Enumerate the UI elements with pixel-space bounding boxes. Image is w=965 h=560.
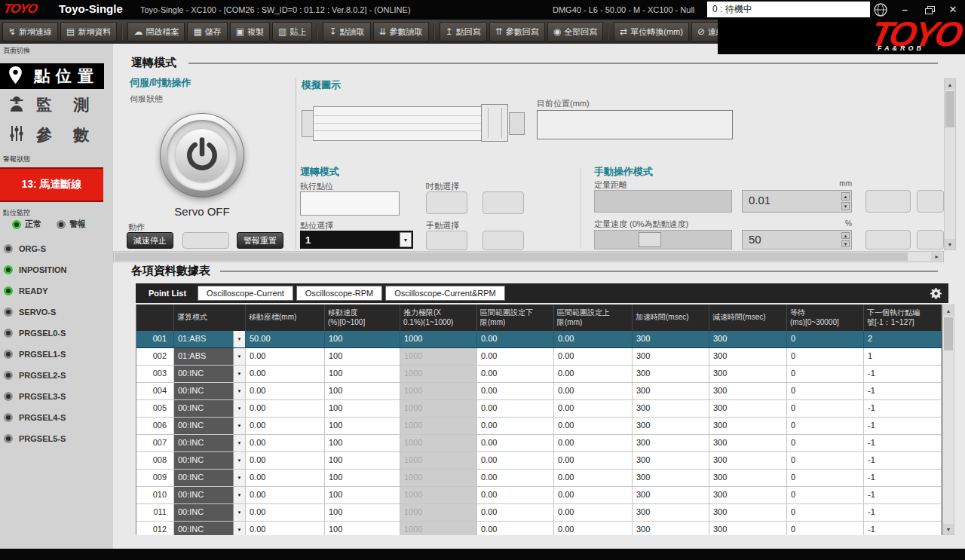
cell-lower[interactable]: 0.00 <box>477 383 554 399</box>
cell-upper[interactable]: 0.00 <box>554 504 633 521</box>
cell-wait[interactable]: 0 <box>787 400 864 417</box>
speed-spinner[interactable]: 50 ▲ ▼ <box>742 230 852 249</box>
scroll-right-icon[interactable]: ▸ <box>931 252 942 261</box>
servo-power-button[interactable] <box>160 113 244 197</box>
cell-wait[interactable]: 0 <box>787 418 864 434</box>
cell-wait[interactable]: 0 <box>787 366 864 382</box>
cell-speed[interactable]: 100 <box>325 331 400 347</box>
cell-mode[interactable]: 00:INC▼ <box>174 383 246 399</box>
cell-dec[interactable]: 300 <box>709 487 787 503</box>
table-vertical-scrollbar[interactable]: ▲ ▼ <box>942 304 954 535</box>
cell-num[interactable]: 008 <box>136 452 174 469</box>
new-data-button[interactable]: ▤新增資料 <box>60 22 117 41</box>
cell-lower[interactable]: 0.00 <box>477 366 554 382</box>
machine-mode-display[interactable]: 0 : 待機中 <box>707 2 870 17</box>
manual-move-button-4[interactable] <box>917 230 944 249</box>
cell-lower[interactable]: 0.00 <box>477 331 554 347</box>
disabled-action-button[interactable] <box>182 232 229 249</box>
cell-dec[interactable]: 300 <box>709 504 787 521</box>
mode-dropdown-arrow-icon[interactable]: ▼ <box>233 522 245 535</box>
manual-move-button-2[interactable] <box>917 190 944 213</box>
cell-speed[interactable]: 100 <box>325 470 400 486</box>
cell-mode[interactable]: 00:INC▼ <box>174 435 246 451</box>
cell-pos[interactable]: 0.00 <box>246 348 325 365</box>
cell-acc[interactable]: 300 <box>633 400 709 417</box>
scroll-up-icon[interactable]: ▲ <box>945 79 955 90</box>
point-read-button[interactable]: ↧點讀取 <box>323 22 370 41</box>
spin-up-icon[interactable]: ▲ <box>841 192 850 200</box>
spin-down-icon[interactable]: ▼ <box>841 240 850 247</box>
cell-mode[interactable]: 01:ABS▼ <box>174 348 246 365</box>
cell-speed[interactable]: 100 <box>325 383 400 399</box>
cell-thrust[interactable]: 1000 <box>400 522 477 535</box>
cell-wait[interactable]: 0 <box>787 452 864 469</box>
cell-mode[interactable]: 00:INC▼ <box>174 452 246 469</box>
cell-wait[interactable]: 0 <box>787 504 864 521</box>
jog-button-2[interactable] <box>482 191 524 214</box>
cell-num[interactable]: 006 <box>136 418 174 434</box>
cell-lower[interactable]: 0.00 <box>477 504 554 521</box>
cell-lower[interactable]: 0.00 <box>477 348 554 365</box>
tab-oscilloscope-rpm[interactable]: Oscilloscope-RPM <box>296 286 382 301</box>
cell-upper[interactable]: 0.00 <box>554 487 633 503</box>
cell-speed[interactable]: 100 <box>325 348 400 365</box>
cell-upper[interactable]: 0.00 <box>554 383 633 399</box>
cell-wait[interactable]: 0 <box>787 487 864 503</box>
cell-speed[interactable]: 100 <box>325 522 400 535</box>
cell-mode[interactable]: 00:INC▼ <box>174 470 246 486</box>
mode-dropdown-arrow-icon[interactable]: ▼ <box>233 452 245 469</box>
cell-pos[interactable]: 0.00 <box>246 522 325 535</box>
cell-speed[interactable]: 100 <box>325 452 400 469</box>
mode-dropdown-arrow-icon[interactable]: ▼ <box>233 470 245 486</box>
cell-next[interactable]: 2 <box>864 331 942 347</box>
cell-mode[interactable]: 00:INC▼ <box>174 418 246 434</box>
sidebar-item-parameters[interactable]: 參數 <box>0 122 104 148</box>
vertical-scrollbar[interactable]: ▲ ▼ <box>944 78 956 250</box>
cell-next[interactable]: -1 <box>864 522 942 535</box>
cell-dec[interactable]: 300 <box>709 383 787 399</box>
scroll-down-icon[interactable]: ▼ <box>945 239 955 249</box>
settings-icon[interactable] <box>930 288 942 302</box>
cell-num[interactable]: 003 <box>136 366 174 382</box>
cell-upper[interactable]: 0.00 <box>554 331 633 347</box>
cell-upper[interactable]: 0.00 <box>554 435 633 451</box>
cell-speed[interactable]: 100 <box>325 435 400 451</box>
cell-next[interactable]: -1 <box>864 383 942 399</box>
cell-mode[interactable]: 00:INC▼ <box>174 522 246 535</box>
cell-lower[interactable]: 0.00 <box>477 487 554 503</box>
tab-point-list[interactable]: Point List <box>140 286 195 301</box>
cell-acc[interactable]: 300 <box>633 504 709 521</box>
cell-next[interactable]: -1 <box>864 470 942 486</box>
distance-slider[interactable] <box>594 190 732 213</box>
cell-pos[interactable]: 0.00 <box>246 487 325 503</box>
new-connection-button[interactable]: ↯新增連線 <box>2 22 58 41</box>
cell-lower[interactable]: 0.00 <box>477 452 554 469</box>
cell-num[interactable]: 010 <box>136 487 174 503</box>
point-select-dropdown[interactable]: 1 ▼ <box>300 231 413 249</box>
save-button[interactable]: ▦儲存 <box>187 22 227 41</box>
mode-dropdown-arrow-icon[interactable]: ▼ <box>233 331 245 347</box>
paste-button[interactable]: ▥貼上 <box>272 22 312 41</box>
cell-acc[interactable]: 300 <box>633 383 709 399</box>
cell-pos[interactable]: 0.00 <box>246 470 325 486</box>
cell-speed[interactable]: 100 <box>325 504 400 521</box>
speed-slider[interactable] <box>594 230 732 249</box>
cell-wait[interactable]: 0 <box>787 383 864 399</box>
mode-dropdown-arrow-icon[interactable]: ▼ <box>233 366 245 382</box>
cell-lower[interactable]: 0.00 <box>477 470 554 486</box>
cell-wait[interactable]: 0 <box>787 348 864 365</box>
cell-thrust[interactable]: 1000 <box>400 331 477 347</box>
manual-move-button-1[interactable] <box>865 190 911 213</box>
jog-button-1[interactable] <box>426 191 467 214</box>
cell-pos[interactable]: 0.00 <box>246 366 325 382</box>
cell-acc[interactable]: 300 <box>633 435 709 451</box>
cell-mode[interactable]: 00:INC▼ <box>174 366 246 382</box>
cell-mode[interactable]: 00:INC▼ <box>174 487 246 503</box>
cell-wait[interactable]: 0 <box>787 331 864 347</box>
cell-acc[interactable]: 300 <box>633 522 709 535</box>
cell-dec[interactable]: 300 <box>709 470 787 486</box>
scrollbar-thumb[interactable] <box>944 317 953 350</box>
cell-num[interactable]: 007 <box>136 435 174 451</box>
cell-thrust[interactable]: 1000 <box>400 400 477 417</box>
scrollbar-thumb[interactable] <box>945 91 954 127</box>
